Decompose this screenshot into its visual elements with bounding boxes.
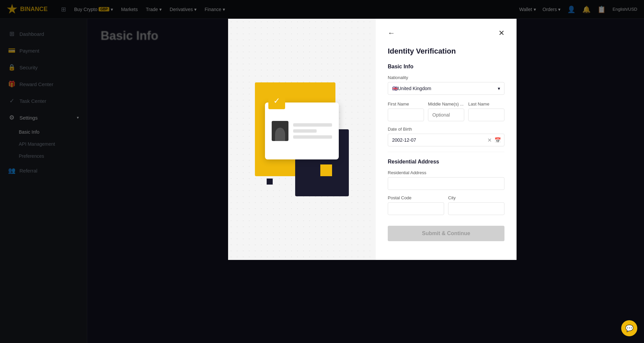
date-clear-icon[interactable]: ✕: [487, 137, 492, 143]
dob-label: Date of Birth: [388, 127, 504, 132]
id-illustration: ✓: [248, 76, 356, 203]
illustration-avatar: [272, 121, 288, 141]
back-button[interactable]: ←: [388, 29, 395, 38]
postal-code-label: Postal Code: [388, 195, 444, 200]
address-label: Residential Address: [388, 170, 504, 175]
section-divider: [388, 152, 504, 152]
residential-section-title: Residential Address: [388, 159, 504, 165]
illustration-person: [275, 128, 285, 141]
date-calendar-icon[interactable]: 📅: [494, 137, 501, 143]
illustration-id-card: [265, 102, 339, 159]
modal-header: ← ✕: [388, 29, 504, 38]
middle-name-group: Middle Name(s) ...: [428, 101, 464, 121]
last-name-input[interactable]: [468, 109, 504, 121]
nationality-select[interactable]: 🇬🇧 United Kingdom ▾: [388, 82, 504, 95]
city-group: City: [448, 195, 504, 215]
date-icons: ✕ 📅: [487, 137, 501, 143]
basic-info-section-title: Basic Info: [388, 64, 504, 70]
city-input[interactable]: [448, 202, 504, 215]
city-label: City: [448, 195, 504, 200]
nationality-group: Nationality 🇬🇧 United Kingdom ▾: [388, 75, 504, 95]
nationality-flag: 🇬🇧: [392, 86, 398, 91]
address-input[interactable]: [388, 177, 504, 190]
postal-code-input[interactable]: [388, 202, 444, 215]
middle-name-input[interactable]: [428, 109, 464, 121]
illustration-small-square: [320, 164, 332, 176]
modal-form: ← ✕ Identity Verification Basic Info Nat…: [376, 19, 517, 260]
first-name-label: First Name: [388, 101, 424, 107]
modal-illustration: ✓: [228, 19, 376, 260]
dob-wrapper: ✕ 📅: [388, 134, 504, 146]
close-button[interactable]: ✕: [498, 29, 504, 38]
nationality-value: United Kingdom: [398, 86, 431, 91]
illustration-line-2: [293, 129, 317, 133]
name-row: First Name Middle Name(s) ... Last Name: [388, 101, 504, 121]
last-name-group: Last Name: [468, 101, 504, 121]
illustration-line-1: [293, 123, 332, 127]
illustration-lines: [293, 123, 332, 139]
first-name-input[interactable]: [388, 109, 424, 121]
submit-button[interactable]: Submit & Continue: [388, 226, 504, 241]
modal-title: Identity Verification: [388, 47, 504, 56]
address-group: Residential Address: [388, 170, 504, 190]
dob-input[interactable]: [388, 134, 504, 146]
illustration-line-3: [293, 135, 332, 139]
postal-city-row: Postal Code City: [388, 195, 504, 215]
modal-container: ✓ ← ✕ Identity Verification Basic Info N…: [101, 19, 644, 343]
last-name-label: Last Name: [468, 101, 504, 107]
dob-group: Date of Birth ✕ 📅: [388, 127, 504, 146]
illustration-checkmark: ✓: [268, 92, 285, 109]
postal-code-group: Postal Code: [388, 195, 444, 215]
nationality-dropdown-icon: ▾: [498, 86, 500, 91]
first-name-group: First Name: [388, 101, 424, 121]
chat-button[interactable]: 💬: [621, 320, 637, 336]
middle-name-label: Middle Name(s) ...: [428, 101, 464, 107]
nationality-label: Nationality: [388, 75, 504, 80]
illustration-tiny-square: [267, 179, 273, 185]
